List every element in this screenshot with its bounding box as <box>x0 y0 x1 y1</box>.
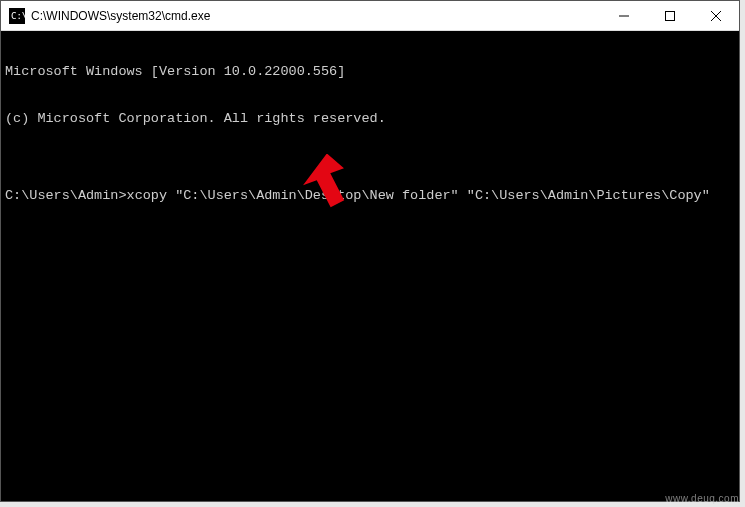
copyright-line: (c) Microsoft Corporation. All rights re… <box>5 111 735 127</box>
command-line: C:\Users\Admin>xcopy "C:\Users\Admin\Des… <box>5 188 735 204</box>
svg-text:C:\: C:\ <box>11 11 25 21</box>
svg-rect-3 <box>666 11 675 20</box>
minimize-icon <box>619 11 629 21</box>
titlebar[interactable]: C:\ C:\WINDOWS\system32\cmd.exe <box>1 1 739 31</box>
red-arrow-annotation <box>295 123 345 183</box>
close-button[interactable] <box>693 1 739 30</box>
console-area[interactable]: Microsoft Windows [Version 10.0.22000.55… <box>1 31 739 501</box>
version-line: Microsoft Windows [Version 10.0.22000.55… <box>5 64 735 80</box>
window-controls <box>601 1 739 30</box>
cmd-icon: C:\ <box>9 8 25 24</box>
window-title: C:\WINDOWS\system32\cmd.exe <box>31 9 601 23</box>
watermark-text: www.deuq.com <box>665 493 739 504</box>
command-text: xcopy "C:\Users\Admin\Desktop\New folder… <box>127 188 710 203</box>
minimize-button[interactable] <box>601 1 647 30</box>
prompt-text: C:\Users\Admin> <box>5 188 127 203</box>
cmd-window: C:\ C:\WINDOWS\system32\cmd.exe <box>0 0 740 502</box>
maximize-button[interactable] <box>647 1 693 30</box>
maximize-icon <box>665 11 675 21</box>
close-icon <box>711 11 721 21</box>
